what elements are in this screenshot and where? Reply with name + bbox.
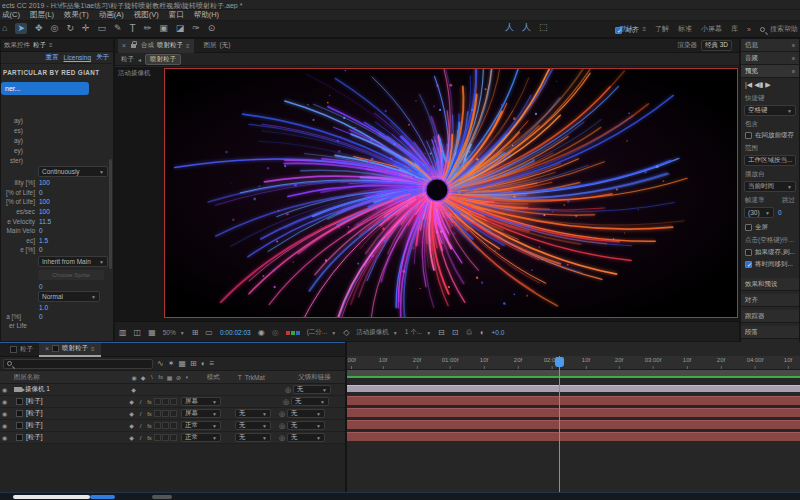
parent-select[interactable]: 无▼: [291, 397, 329, 406]
lock-icon[interactable]: [131, 44, 136, 48]
eye-icon[interactable]: ◉: [0, 422, 9, 429]
comp-viewport[interactable]: 活动摄像机: [115, 67, 740, 321]
roto-brush-tool-icon[interactable]: ✑: [192, 24, 200, 33]
layer-bar-particle-1[interactable]: [347, 396, 800, 405]
timeline-zoom-handle[interactable]: [90, 495, 115, 499]
frame-blending-icon[interactable]: ⊞: [190, 360, 197, 368]
home-icon[interactable]: ⌂: [2, 24, 7, 33]
fullscreen-checkbox[interactable]: [745, 224, 752, 231]
snapshot-icon[interactable]: ◉: [258, 329, 265, 337]
play-from-select[interactable]: 当前时间▼: [744, 181, 796, 192]
mode-select[interactable]: 正常▼: [181, 421, 221, 430]
time-ruler[interactable]: :00f 10f 20f 01:00f 10f 20f 02:00f 10f 2…: [347, 356, 800, 370]
quality-column-icon[interactable]: \: [147, 374, 156, 380]
effect-group[interactable]: ster): [1, 157, 23, 164]
table-row-particle-4[interactable]: ◉ [粒子] ◆/fx 正常▼ 无▼ ◎ 无▼: [0, 432, 345, 444]
timeline-horizontal-scrollbar[interactable]: [13, 495, 90, 499]
workspace-overflow-chevron[interactable]: »: [747, 26, 751, 33]
layer-color-swatch[interactable]: [16, 422, 23, 429]
skip-value[interactable]: 0: [778, 209, 782, 216]
shy-column-icon[interactable]: ◉: [130, 374, 139, 381]
selection-tool-icon[interactable]: ➤: [15, 23, 27, 34]
graph-editor-icon[interactable]: ≡: [210, 360, 215, 368]
guides-icon[interactable]: ⊟: [438, 329, 445, 337]
param-value[interactable]: 0: [39, 246, 43, 253]
param-value[interactable]: 0: [39, 313, 43, 320]
menu-item-window[interactable]: 窗口: [169, 10, 184, 20]
orbit-camera-tool-icon[interactable]: ↻: [66, 24, 74, 33]
current-time-display[interactable]: 0:00:02:03: [220, 329, 251, 336]
tab-layer-kind[interactable]: 图层: [204, 41, 217, 50]
panel-header-paragraph[interactable]: 段落: [741, 326, 799, 339]
panel-header-audio[interactable]: 音频≡: [741, 52, 799, 65]
menu-item-layer[interactable]: 图层(L): [30, 10, 54, 20]
range-select[interactable]: 工作区域按当...▼: [744, 155, 796, 166]
hand-tool-icon[interactable]: ✥: [35, 24, 43, 33]
pickwhip-icon[interactable]: ◎: [279, 410, 285, 418]
mode-select[interactable]: 正常▼: [181, 433, 221, 442]
composition-mini-flowchart-icon[interactable]: ∿: [157, 360, 164, 368]
param-value[interactable]: 100: [39, 198, 50, 205]
layer-color-swatch[interactable]: [16, 410, 23, 417]
pan-behind-tool-icon[interactable]: ✛: [82, 24, 90, 33]
shape-tool-icon[interactable]: ▭: [97, 24, 106, 33]
panel-menu-icon[interactable]: ≡: [91, 346, 95, 352]
menu-item-help[interactable]: 帮助(H): [194, 10, 219, 20]
eye-icon[interactable]: ◉: [0, 386, 9, 393]
trkmat-select[interactable]: 无▼: [235, 421, 271, 430]
region-of-interest-icon[interactable]: ▭: [205, 329, 213, 337]
timeline-tab-particle[interactable]: 粒子: [4, 343, 39, 357]
layer-name[interactable]: 摄像机 1: [25, 385, 129, 394]
transparency-grid-icon[interactable]: ▦: [148, 329, 156, 337]
pickwhip-icon[interactable]: ◎: [285, 386, 291, 394]
grid-guides-icon[interactable]: ⊞: [192, 329, 199, 337]
search-icon[interactable]: [760, 27, 765, 32]
param-value[interactable]: 0: [39, 189, 43, 196]
panel-header-preview[interactable]: 预览≡: [741, 65, 799, 78]
close-tab-icon[interactable]: ×: [122, 42, 126, 49]
panel-header-info[interactable]: 信息≡: [741, 39, 799, 52]
workspace-tab-libraries[interactable]: 库: [731, 24, 738, 34]
param-value[interactable]: 100: [39, 179, 50, 186]
eraser-tool-icon[interactable]: ◪: [176, 24, 185, 33]
panel-menu-icon[interactable]: ≡: [186, 43, 190, 49]
resolution-select[interactable]: (二分...▼: [307, 328, 337, 337]
effect-about-link[interactable]: 关于: [96, 53, 109, 62]
pickwhip-icon[interactable]: ◎: [279, 422, 285, 430]
param-value[interactable]: 0: [39, 227, 43, 234]
brush-tool-icon[interactable]: ✏: [144, 24, 152, 33]
trkmat-select[interactable]: 无▼: [235, 409, 271, 418]
flowchart-icon[interactable]: ♲: [465, 329, 472, 337]
effect-group[interactable]: es): [1, 127, 23, 134]
rulers-icon[interactable]: ⊡: [452, 329, 459, 337]
column-header-trk-t[interactable]: T: [235, 374, 245, 381]
menu-item-animation[interactable]: 动画(A): [99, 10, 124, 20]
workspace-tab-default[interactable]: 默认: [620, 24, 634, 34]
effect-licensing-link[interactable]: Licensing: [64, 54, 91, 61]
fx-column-icon[interactable]: fx: [156, 374, 165, 380]
frame-blend-column-icon[interactable]: ▦: [165, 374, 174, 381]
emit-behavior-dropdown[interactable]: Continuously▼: [38, 166, 108, 177]
designer-button[interactable]: ner...: [1, 82, 89, 95]
timeline-tab-spray-particle[interactable]: × 喷射粒子 ≡: [39, 343, 101, 357]
mode-select[interactable]: 屏幕▼: [181, 397, 221, 406]
if-cached-checkbox[interactable]: [745, 249, 752, 256]
eye-icon[interactable]: ◉: [0, 434, 9, 441]
pixel-aspect-icon[interactable]: ▥: [119, 329, 127, 337]
character-panel-icon[interactable]: 人: [505, 23, 514, 32]
view-options-icon[interactable]: ◫: [134, 329, 142, 337]
workspace-tab-small-screen[interactable]: 小屏幕: [701, 24, 722, 34]
paragraph-panel-icon[interactable]: 人: [522, 23, 531, 32]
pickwhip-icon[interactable]: ◎: [283, 398, 289, 406]
renderer-value[interactable]: 经典 3D: [701, 40, 732, 51]
layer-name[interactable]: [粒子]: [26, 409, 127, 418]
effect-reset-link[interactable]: 重置: [46, 53, 59, 62]
zoom-tool-icon[interactable]: ◎: [51, 24, 59, 33]
layer-bar-particle-3[interactable]: [347, 420, 800, 429]
trkmat-select[interactable]: 无▼: [235, 433, 271, 442]
layer-color-swatch[interactable]: [16, 398, 23, 405]
effect-group[interactable]: ey): [1, 147, 23, 154]
parent-select[interactable]: 无▼: [287, 421, 325, 430]
param-value[interactable]: 100: [39, 208, 50, 215]
mode-select[interactable]: 屏幕▼: [181, 409, 221, 418]
